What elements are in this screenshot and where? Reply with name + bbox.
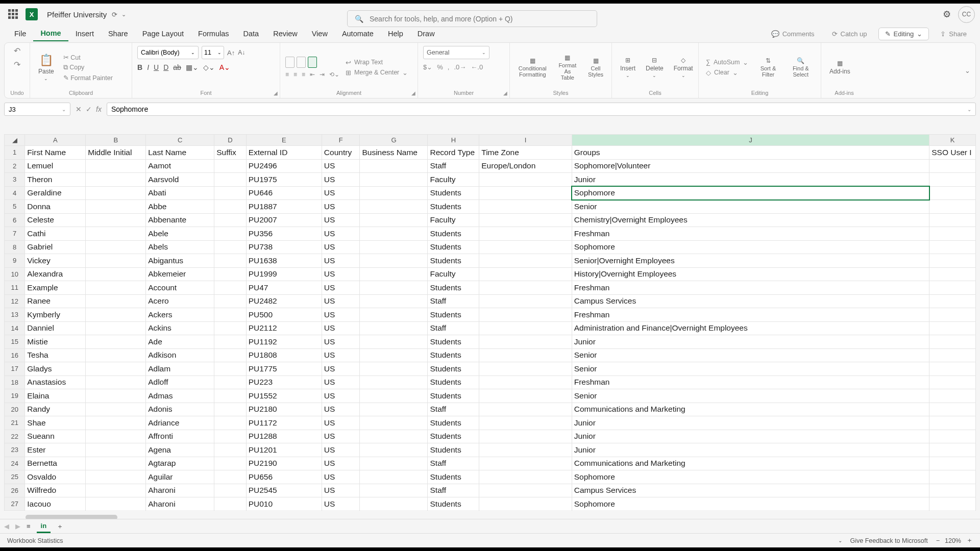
cell[interactable]: Shae: [25, 416, 86, 430]
cell[interactable]: PU1999: [246, 267, 322, 281]
cell[interactable]: Students: [428, 240, 479, 254]
column-header-I[interactable]: I: [479, 135, 572, 146]
row-header-23[interactable]: 23: [5, 443, 25, 457]
cell[interactable]: PU500: [246, 308, 322, 322]
cell[interactable]: [360, 497, 428, 511]
cell[interactable]: [86, 403, 146, 416]
cell[interactable]: Randy: [25, 403, 86, 416]
cell[interactable]: [479, 267, 572, 281]
cell[interactable]: [360, 267, 428, 281]
cell[interactable]: [214, 470, 246, 484]
cell[interactable]: [214, 430, 246, 443]
paste-button[interactable]: 📋 Paste ⌄: [35, 54, 57, 81]
cell[interactable]: [360, 254, 428, 268]
cell[interactable]: Account: [146, 281, 214, 295]
merge-center-button[interactable]: ⊞ Merge & Center ⌄: [344, 68, 410, 77]
currency-button[interactable]: $⌄: [423, 63, 432, 71]
cell[interactable]: [360, 470, 428, 484]
cell[interactable]: [214, 443, 246, 457]
find-select-button[interactable]: 🔍Find & Select: [786, 57, 816, 78]
cell[interactable]: Acero: [146, 294, 214, 308]
row-header-1[interactable]: 1: [5, 146, 25, 160]
cell[interactable]: Communications and Marketing: [572, 403, 929, 416]
cell[interactable]: Iacouo: [25, 497, 86, 511]
cell[interactable]: Staff: [428, 321, 479, 335]
increase-decimal-button[interactable]: .0→: [454, 63, 466, 71]
cell[interactable]: US: [322, 497, 360, 511]
cell[interactable]: Freshman: [572, 281, 929, 295]
cell[interactable]: [360, 281, 428, 295]
cell[interactable]: [360, 375, 428, 389]
strikethrough-button[interactable]: ab: [173, 63, 181, 71]
fx-icon[interactable]: fx: [96, 105, 102, 113]
cell[interactable]: Adriance: [146, 416, 214, 430]
cell[interactable]: [929, 484, 976, 497]
cell[interactable]: Wilfredo: [25, 484, 86, 497]
column-header-A[interactable]: A: [25, 135, 86, 146]
row-header-10[interactable]: 10: [5, 267, 25, 281]
cell[interactable]: Junior: [572, 430, 929, 443]
cell[interactable]: PU1192: [246, 335, 322, 349]
cell[interactable]: [86, 416, 146, 430]
app-launcher-icon[interactable]: [8, 9, 18, 19]
cell[interactable]: Europe/London: [479, 159, 572, 173]
menu-help[interactable]: Help: [381, 27, 410, 41]
cell[interactable]: Aguilar: [146, 470, 214, 484]
cell[interactable]: [214, 321, 246, 335]
cell[interactable]: [479, 430, 572, 443]
cell[interactable]: Administration and Finance|Overnight Emp…: [572, 321, 929, 335]
cell[interactable]: Donna: [25, 200, 86, 214]
font-dialog-launcher-icon[interactable]: ◢: [274, 90, 278, 96]
undo-icon[interactable]: ↶: [14, 46, 20, 56]
cell[interactable]: [479, 294, 572, 308]
conditional-formatting-button[interactable]: ▦Conditional Formatting: [515, 57, 550, 78]
column-header-E[interactable]: E: [246, 135, 322, 146]
cell[interactable]: [86, 443, 146, 457]
cell[interactable]: Faculty: [428, 213, 479, 227]
row-header-22[interactable]: 22: [5, 430, 25, 443]
cell[interactable]: Students: [428, 348, 479, 362]
cell[interactable]: [479, 254, 572, 268]
cell-styles-button[interactable]: ▦Cell Styles: [585, 57, 606, 78]
align-right-button[interactable]: ≡: [302, 71, 305, 78]
cancel-formula-icon[interactable]: ✕: [76, 105, 82, 113]
cell[interactable]: Sueann: [25, 430, 86, 443]
cell[interactable]: Record Type: [428, 146, 479, 160]
cell[interactable]: [86, 348, 146, 362]
cell[interactable]: PU2007: [246, 213, 322, 227]
select-all-corner[interactable]: ◢: [5, 135, 25, 146]
cell[interactable]: Abkemeier: [146, 267, 214, 281]
cell[interactable]: [360, 186, 428, 200]
cell[interactable]: [929, 348, 976, 362]
cell[interactable]: Agena: [146, 443, 214, 457]
cell[interactable]: Business Name: [360, 146, 428, 160]
cell[interactable]: Alexandra: [25, 267, 86, 281]
cell[interactable]: [86, 457, 146, 470]
cell[interactable]: [360, 240, 428, 254]
cell[interactable]: [214, 375, 246, 389]
cell[interactable]: Sophomore: [572, 497, 929, 511]
cell[interactable]: [929, 321, 976, 335]
cell[interactable]: [214, 403, 246, 416]
row-header-20[interactable]: 20: [5, 403, 25, 416]
bold-button[interactable]: B: [137, 63, 142, 71]
format-as-table-button[interactable]: ▦Format As Table: [554, 54, 581, 81]
cell[interactable]: PU1552: [246, 389, 322, 403]
cell[interactable]: Staff: [428, 457, 479, 470]
cell[interactable]: Students: [428, 416, 479, 430]
cell[interactable]: SSO User I: [929, 146, 976, 160]
cell[interactable]: Adloff: [146, 375, 214, 389]
cell[interactable]: [214, 348, 246, 362]
zoom-level[interactable]: 120%: [945, 537, 961, 544]
cell[interactable]: External ID: [246, 146, 322, 160]
cell[interactable]: [360, 335, 428, 349]
cell[interactable]: [929, 200, 976, 214]
cell[interactable]: [479, 375, 572, 389]
cell[interactable]: [360, 403, 428, 416]
menu-page-layout[interactable]: Page Layout: [135, 27, 191, 41]
cell[interactable]: Ackers: [146, 308, 214, 322]
cell[interactable]: Ackins: [146, 321, 214, 335]
cell[interactable]: US: [322, 159, 360, 173]
cell[interactable]: [214, 213, 246, 227]
redo-icon[interactable]: ↷: [14, 60, 20, 69]
